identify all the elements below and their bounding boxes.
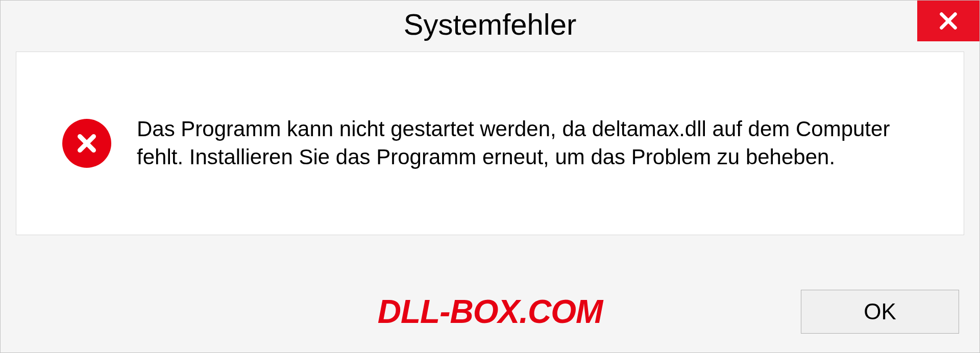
- watermark-text: DLL-BOX.COM: [378, 293, 603, 331]
- close-icon: [937, 9, 960, 33]
- close-button[interactable]: [917, 1, 979, 41]
- message-panel: Das Programm kann nicht gestartet werden…: [16, 52, 964, 235]
- error-icon: [62, 119, 111, 168]
- error-dialog: Systemfehler Das Programm kann nicht ges…: [0, 0, 980, 353]
- titlebar: Systemfehler: [1, 1, 979, 47]
- ok-button[interactable]: OK: [801, 290, 959, 334]
- dialog-footer: DLL-BOX.COM OK: [1, 271, 979, 352]
- content-area: Das Programm kann nicht gestartet werden…: [1, 47, 979, 271]
- dialog-title: Systemfehler: [404, 7, 576, 41]
- error-message: Das Programm kann nicht gestartet werden…: [137, 115, 933, 171]
